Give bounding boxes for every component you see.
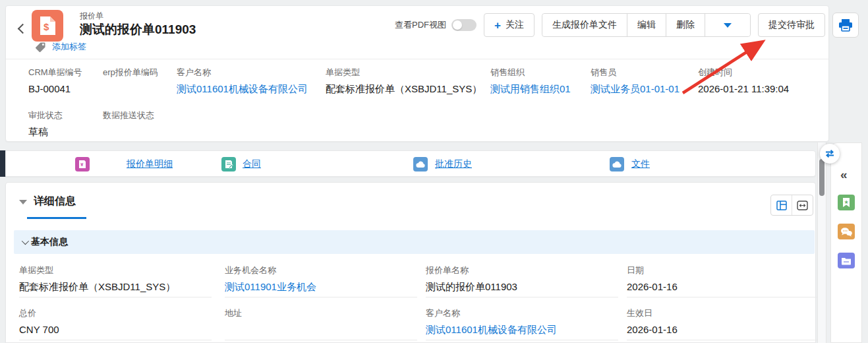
svg-text:$: $ (43, 21, 49, 32)
tab-files[interactable]: 文件 (610, 156, 650, 172)
field-opportunity-name: 业务机会名称 测试011901业务机会 (225, 265, 417, 297)
vertical-scrollbar-thumb[interactable] (819, 159, 825, 196)
swap-panel-button[interactable] (820, 144, 840, 164)
field-total-price: 总价 CNY 700 (19, 307, 212, 340)
tab-quote-lines[interactable]: ¥ 报价单明细 (75, 156, 173, 172)
field-erp-quote-code: erp报价单编码 (103, 67, 158, 95)
add-tag-link[interactable]: 添加标签 (52, 41, 86, 53)
bookmark-star-icon[interactable]: ★ (838, 195, 855, 210)
cloud-icon (413, 157, 428, 172)
chevron-down-icon (724, 23, 732, 28)
dollar-document-icon: $ (38, 15, 57, 36)
pdf-view-label: 查看PDF视图 (395, 19, 446, 31)
opportunity-link[interactable]: 测试011901业务机会 (225, 281, 417, 294)
collapse-section-toggle[interactable] (19, 200, 27, 204)
field-doc-type-detail: 单据类型 配套标准报价单（XSBJD11_SYS） (19, 265, 212, 297)
field-salesperson: 销售员 测试业务员01-01-01 (591, 67, 680, 96)
header-divider (6, 59, 828, 59)
expand-width-button[interactable] (792, 195, 813, 215)
chevron-down-icon (22, 237, 29, 245)
delete-button[interactable]: 删除 (666, 14, 705, 36)
more-actions-dropdown[interactable] (705, 14, 750, 36)
field-created-time: 创建时间 2026-01-21 11:39:04 (698, 67, 789, 95)
quote-lines-icon: ¥ (75, 157, 90, 172)
layout-icon (776, 201, 787, 210)
back-button[interactable] (14, 22, 28, 36)
record-header-card: $ 报价单 测试的报价单011903 添加标签 查看PDF视图 + 关注 生成报… (5, 5, 829, 142)
swap-arrows-icon (825, 149, 835, 158)
record-actions-group: 生成报价单文件 编辑 删除 (542, 13, 751, 37)
status-value: 草稿 (28, 126, 63, 139)
quote-entity-icon: $ (32, 10, 63, 42)
entity-type-label: 报价单 (80, 11, 103, 22)
field-customer-name-detail: 客户名称 测试011601机械设备有限公司 (426, 307, 618, 340)
contract-icon (221, 157, 236, 172)
notes-folder-icon[interactable] (838, 253, 855, 268)
sales-org-link[interactable]: 测试用销售组织01 (490, 83, 571, 96)
cloud-icon (610, 157, 624, 172)
toggle-knob (453, 20, 462, 30)
customer-link[interactable]: 测试011601机械设备有限公司 (177, 83, 308, 96)
print-button[interactable] (832, 13, 859, 38)
view-switcher-group (770, 195, 813, 216)
submit-for-approval-button[interactable]: 提交待审批 (758, 13, 825, 37)
field-approval-status: 审批状态 草稿 (28, 109, 63, 139)
page-title: 测试的报价单011903 (80, 21, 196, 38)
edit-button[interactable]: 编辑 (627, 14, 666, 36)
generate-quote-file-button[interactable]: 生成报价单文件 (542, 14, 627, 36)
field-address: 地址 (225, 307, 417, 340)
field-crm-number: CRM单据编号 BJ-00041 (28, 67, 82, 95)
collapse-rail-button[interactable]: « (840, 168, 848, 181)
tab-contract[interactable]: 合同 (221, 156, 261, 172)
arrows-horizontal-icon (797, 201, 808, 210)
active-tab-underline (27, 217, 86, 219)
field-doc-type: 单据类型 配套标准报价单（XSBJD11_SYS） (326, 67, 482, 96)
chat-bubbles-icon[interactable] (838, 224, 855, 239)
follow-button[interactable]: + 关注 (484, 13, 535, 37)
customer-link[interactable]: 测试011601机械设备有限公司 (426, 324, 618, 336)
field-date: 日期 2026-01-16 (627, 265, 819, 297)
field-data-push-status: 数据推送状态 (103, 109, 154, 138)
plus-icon: + (494, 20, 501, 31)
basic-info-section-header[interactable]: 基本信息 (14, 230, 815, 254)
detail-card: 详细信息 基本信息 单据类型 配套标准报价单（XSBJD11_SYS） 业务机会… (5, 182, 816, 343)
detail-title: 详细信息 (34, 195, 76, 208)
svg-text:★: ★ (844, 199, 848, 205)
salesperson-link[interactable]: 测试业务员01-01-01 (591, 83, 680, 96)
field-effective-date: 生效日 2026-01-16 (627, 307, 819, 340)
related-tabs-bar: ¥ 报价单明细 合同 批准历史 文件 (5, 150, 816, 177)
field-customer-name: 客户名称 测试011601机械设备有限公司 (177, 67, 308, 96)
printer-icon (838, 18, 853, 32)
right-utility-rail: « ★ (830, 142, 862, 343)
svg-text:¥: ¥ (80, 162, 84, 168)
tab-approval-history[interactable]: 批准历史 (413, 156, 472, 172)
tag-icon (35, 42, 46, 53)
field-quote-name: 报价单名称 测试的报价单011903 (426, 265, 618, 297)
pdf-view-toggle[interactable] (451, 19, 477, 31)
field-sales-org: 销售组织 测试用销售组织01 (490, 67, 571, 96)
layout-view-button[interactable] (771, 195, 792, 215)
